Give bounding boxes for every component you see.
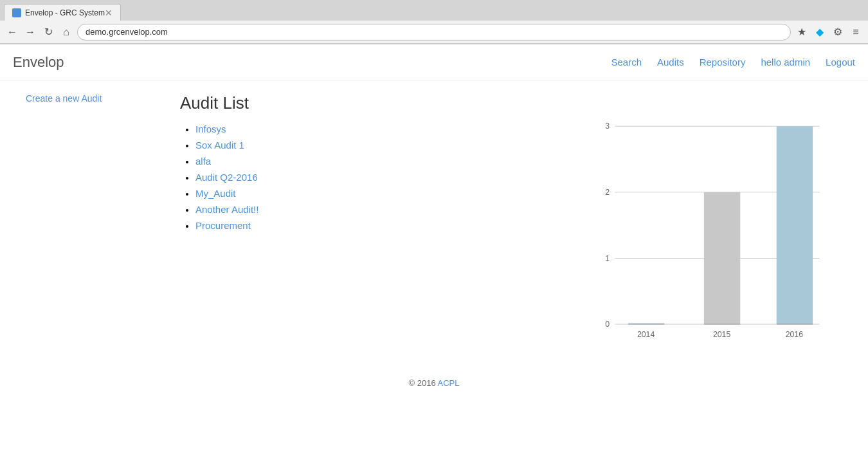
bar-chart: 3 2 1 0 2014 2015 2016 xyxy=(572,93,842,351)
main-content: Create a new Audit Audit List Infosys So… xyxy=(0,80,868,365)
list-item: Infosys xyxy=(195,124,534,134)
list-item: alfa xyxy=(195,156,534,167)
bar-2016 xyxy=(777,126,813,324)
home-button[interactable]: ⌂ xyxy=(59,25,73,39)
settings-icon[interactable]: ⚙ xyxy=(831,25,845,39)
audit-link-infosys[interactable]: Infosys xyxy=(195,124,226,134)
bar-2015 xyxy=(704,192,740,324)
audit-list-title: Audit List xyxy=(180,93,534,113)
url-input[interactable] xyxy=(77,24,791,41)
audit-list: Infosys Sox Audit 1 alfa Audit Q2-2016 M… xyxy=(180,124,534,231)
back-button[interactable]: ← xyxy=(5,25,19,39)
footer-text: © 2016 xyxy=(409,378,436,388)
app-nav: Search Audits Repository hello admin Log… xyxy=(611,57,855,68)
audit-link-another[interactable]: Another Audit!! xyxy=(195,204,258,215)
svg-text:3: 3 xyxy=(605,122,610,131)
nav-audits[interactable]: Audits xyxy=(657,57,684,68)
audit-link-sox[interactable]: Sox Audit 1 xyxy=(195,140,244,151)
svg-text:2016: 2016 xyxy=(786,330,804,339)
audit-link-alfa[interactable]: alfa xyxy=(195,156,211,167)
nav-search[interactable]: Search xyxy=(611,57,642,68)
menu-icon[interactable]: ≡ xyxy=(849,25,863,39)
list-item: Sox Audit 1 xyxy=(195,140,534,151)
create-audit-link[interactable]: Create a new Audit xyxy=(26,93,102,104)
footer-link[interactable]: ACPL xyxy=(438,378,460,388)
footer: © 2016 ACPL xyxy=(0,365,868,401)
svg-text:0: 0 xyxy=(605,320,610,329)
chart-container: 3 2 1 0 2014 2015 2016 xyxy=(572,93,842,353)
tab-bar: Envelop - GRC System ✕ xyxy=(0,0,868,21)
audit-section: Audit List Infosys Sox Audit 1 alfa Audi… xyxy=(180,93,534,353)
audit-link-q2[interactable]: Audit Q2-2016 xyxy=(195,172,258,183)
address-bar: ← → ↻ ⌂ ★ ◆ ⚙ ≡ xyxy=(0,21,868,44)
tab-title: Envelop - GRC System xyxy=(25,8,105,17)
tab-favicon xyxy=(12,8,21,17)
tab-close-button[interactable]: ✕ xyxy=(105,8,113,18)
nav-repository[interactable]: Repository xyxy=(700,57,746,68)
svg-text:2014: 2014 xyxy=(637,330,655,339)
toolbar-icons: ★ ◆ ⚙ ≡ xyxy=(795,25,863,39)
list-item: My_Audit xyxy=(195,188,534,199)
sidebar: Create a new Audit xyxy=(26,93,141,353)
forward-button[interactable]: → xyxy=(23,25,37,39)
bookmark-icon[interactable]: ★ xyxy=(795,25,809,39)
app-logo: Envelop xyxy=(13,54,64,71)
svg-text:1: 1 xyxy=(605,254,610,263)
browser-chrome: Envelop - GRC System ✕ ← → ↻ ⌂ ★ ◆ ⚙ ≡ xyxy=(0,0,868,44)
svg-text:2: 2 xyxy=(605,188,610,197)
reload-button[interactable]: ↻ xyxy=(41,25,55,39)
audit-link-my-audit[interactable]: My_Audit xyxy=(195,188,236,199)
svg-text:2015: 2015 xyxy=(713,330,731,339)
nav-hello-admin[interactable]: hello admin xyxy=(761,57,810,68)
skype-icon[interactable]: ◆ xyxy=(813,25,827,39)
nav-logout[interactable]: Logout xyxy=(826,57,855,68)
audit-link-procurement[interactable]: Procurement xyxy=(195,220,251,231)
list-item: Another Audit!! xyxy=(195,204,534,215)
list-item: Audit Q2-2016 xyxy=(195,172,534,183)
app-header: Envelop Search Audits Repository hello a… xyxy=(0,44,868,80)
list-item: Procurement xyxy=(195,220,534,231)
browser-tab[interactable]: Envelop - GRC System ✕ xyxy=(4,4,121,21)
